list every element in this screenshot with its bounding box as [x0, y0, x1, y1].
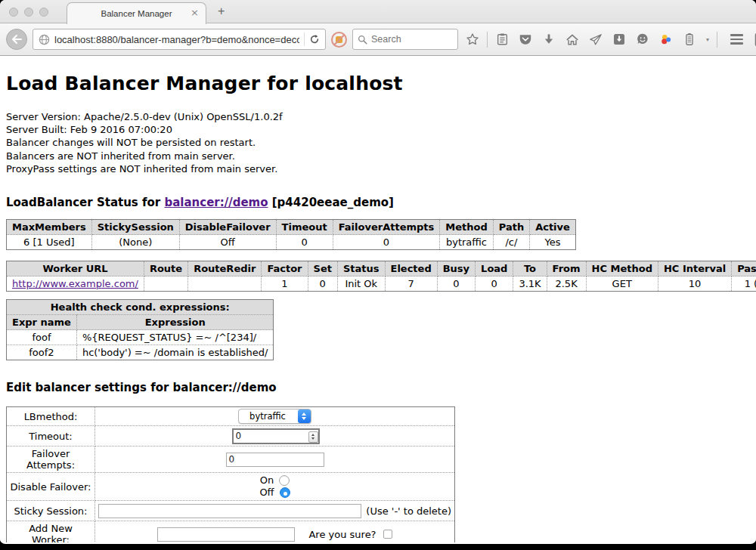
- col-method: Method: [440, 220, 493, 235]
- url-text[interactable]: localhost:8880/balancer-manager?b=demo&n…: [54, 34, 299, 45]
- are-you-sure-checkbox[interactable]: [383, 530, 392, 539]
- radio-on[interactable]: [279, 475, 290, 486]
- globe-icon: [39, 34, 50, 45]
- cell-path: /c/: [493, 235, 529, 250]
- col-hc-interval: HC Interval: [658, 261, 731, 277]
- timeout-label: Timeout:: [7, 426, 95, 446]
- sticky-session-label: Sticky Session:: [7, 501, 95, 521]
- disable-failover-cell: On Off: [95, 473, 455, 501]
- overflow-caret-icon[interactable]: ▾: [704, 36, 711, 43]
- worker-url-link[interactable]: http://www.example.com/: [12, 278, 138, 289]
- zoom-window-button[interactable]: [39, 8, 48, 17]
- failover-attempts-label: Failover Attempts:: [7, 446, 95, 473]
- are-you-sure-label: Are you sure?: [308, 529, 376, 540]
- lbmethod-select[interactable]: bytraffic: [238, 409, 311, 424]
- save-device-icon[interactable]: [610, 30, 628, 48]
- minimize-window-button[interactable]: [24, 8, 33, 17]
- close-window-button[interactable]: [9, 8, 18, 17]
- persist-note-line: Balancer changes will NOT be persisted o…: [6, 136, 750, 149]
- tile-grid-icon[interactable]: [752, 30, 756, 48]
- balancer-summary-row: 6 [1 Used] (None) Off 0 0 bytraffic /c/ …: [7, 235, 576, 250]
- number-stepper-icon[interactable]: [308, 431, 318, 443]
- status-heading-prefix: LoadBalancer Status for: [6, 196, 164, 209]
- cell-failoverattempts: 0: [333, 235, 440, 250]
- server-built-line: Server Built: Feb 9 2016 07:00:20: [6, 123, 750, 136]
- health-check-table: Health check cond. expressions: Expr nam…: [6, 299, 274, 360]
- server-info: Server Version: Apache/2.5.0-dev (Unix) …: [6, 110, 750, 175]
- cell-expression: hc('body') =~ /domain is established/: [76, 345, 274, 360]
- cell-elected: 7: [385, 277, 437, 292]
- cell-busy: 0: [437, 277, 475, 292]
- col-disablefailover: DisableFailover: [179, 220, 276, 235]
- tab-balancer-manager[interactable]: Balancer Manager ×: [67, 2, 206, 24]
- col-elected: Elected: [385, 261, 437, 277]
- status-heading-suffix: [p4420eeae_demo]: [268, 196, 394, 209]
- reload-icon[interactable]: [309, 34, 320, 45]
- cell-passes: 1 (0): [732, 277, 756, 292]
- cell-routeredir: [188, 277, 262, 292]
- add-worker-cell: Are you sure?: [95, 521, 455, 542]
- timeout-input[interactable]: [232, 428, 320, 444]
- search-icon: [358, 35, 367, 45]
- disable-failover-label: Disable Failover:: [7, 473, 95, 501]
- cell-expr-name: foof2: [7, 345, 77, 360]
- worker-table: Worker URL Route RouteRedir Factor Set S…: [6, 261, 756, 292]
- cell-maxmembers: 6 [1 Used]: [7, 235, 92, 250]
- cell-timeout: 0: [276, 235, 333, 250]
- edit-settings-heading: Edit balancer settings for balancer://de…: [6, 381, 750, 394]
- cell-expression: %{REQUEST_STATUS} =~ /^[234]/: [76, 330, 274, 345]
- tab-bar: Balancer Manager × +: [0, 0, 756, 23]
- col-to: To: [513, 261, 547, 277]
- cell-worker-url: http://www.example.com/: [7, 277, 144, 292]
- new-tab-button[interactable]: +: [218, 5, 225, 18]
- add-worker-input[interactable]: [157, 527, 295, 542]
- download-icon[interactable]: [540, 30, 558, 48]
- cell-to: 3.1K: [513, 277, 547, 292]
- col-active: Active: [530, 220, 576, 235]
- back-button[interactable]: [6, 29, 27, 50]
- health-table-title: Health check cond. expressions:: [7, 300, 274, 315]
- search-input[interactable]: [371, 34, 443, 45]
- toolbar-separator: [717, 32, 717, 48]
- col-routeredir: RouteRedir: [188, 261, 262, 277]
- traffic-lights: [9, 8, 48, 17]
- radio-on-label: On: [260, 474, 274, 487]
- search-bar[interactable]: [352, 29, 458, 50]
- select-chevrons-icon: [298, 409, 311, 423]
- sticky-session-cell: (Use '-' to delete): [95, 501, 455, 521]
- toolbar-separator: [487, 32, 488, 48]
- tab-title: Balancer Manager: [101, 9, 172, 18]
- radio-off[interactable]: [280, 487, 290, 498]
- col-path: Path: [493, 220, 529, 235]
- radio-off-label: Off: [259, 487, 274, 499]
- menu-icon[interactable]: [727, 30, 745, 48]
- back-icon: [11, 35, 22, 44]
- smiley-icon[interactable]: [634, 30, 652, 48]
- col-expression: Expression: [76, 315, 274, 330]
- url-bar[interactable]: localhost:8880/balancer-manager?b=demo&n…: [33, 29, 326, 50]
- col-status: Status: [337, 261, 385, 277]
- reading-list-icon[interactable]: [493, 30, 511, 48]
- col-factor: Factor: [262, 261, 308, 277]
- lbmethod-cell: bytraffic: [95, 407, 455, 426]
- loadbalancer-status-heading: LoadBalancer Status for balancer://demo …: [6, 196, 750, 209]
- page-title: Load Balancer Manager for localhost: [6, 56, 750, 94]
- sticky-session-input[interactable]: [98, 504, 361, 518]
- home-icon[interactable]: [563, 30, 581, 48]
- cell-expr-name: foof: [7, 330, 77, 345]
- tab-close-icon[interactable]: ×: [191, 8, 199, 18]
- bookmark-star-icon[interactable]: [463, 30, 482, 48]
- cell-method: bytraffic: [440, 235, 493, 250]
- balancer-demo-link[interactable]: balancer://demo: [164, 196, 268, 209]
- balancer-settings-form: LBmethod: bytraffic Timeout:: [6, 406, 455, 542]
- color-dots-icon[interactable]: [657, 30, 675, 48]
- cell-hc-method: GET: [586, 277, 658, 292]
- battery-icon[interactable]: [680, 30, 699, 48]
- pocket-icon[interactable]: [516, 30, 534, 48]
- failover-attempts-input[interactable]: [226, 453, 324, 467]
- timeout-cell: [95, 426, 455, 446]
- send-icon[interactable]: [587, 30, 605, 48]
- content-blocked-icon[interactable]: [331, 32, 347, 48]
- col-set: Set: [308, 261, 337, 277]
- inherit-note-line: Balancers are NOT inherited from main se…: [6, 150, 750, 162]
